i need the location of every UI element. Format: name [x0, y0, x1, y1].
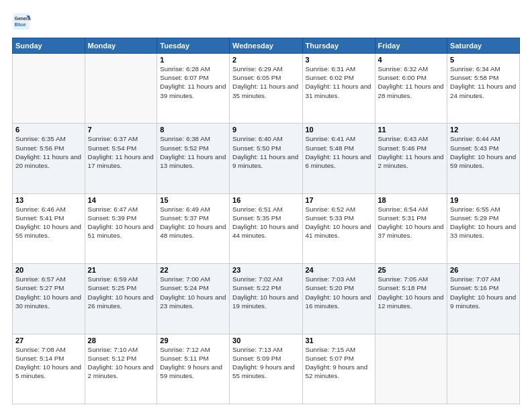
calendar-cell	[375, 334, 447, 404]
day-number: 25	[378, 266, 445, 274]
calendar-cell: 21Sunrise: 6:59 AMSunset: 5:25 PMDayligh…	[85, 264, 157, 334]
day-info: Sunrise: 7:15 AMSunset: 5:07 PMDaylight:…	[306, 345, 372, 381]
column-header-monday: Monday	[85, 38, 157, 54]
svg-text:Blue: Blue	[15, 21, 27, 28]
day-info: Sunrise: 7:05 AMSunset: 5:18 PMDaylight:…	[378, 275, 445, 310]
day-number: 8	[160, 126, 226, 134]
calendar-cell: 8Sunrise: 6:38 AMSunset: 5:52 PMDaylight…	[157, 124, 230, 193]
calendar-cell: 24Sunrise: 7:03 AMSunset: 5:20 PMDayligh…	[302, 264, 375, 334]
header: General Blue	[12, 12, 520, 31]
calendar-cell: 10Sunrise: 6:41 AMSunset: 5:48 PMDayligh…	[302, 124, 375, 193]
calendar-cell: 15Sunrise: 6:49 AMSunset: 5:37 PMDayligh…	[157, 193, 230, 263]
day-number: 27	[15, 336, 82, 345]
week-row-2: 6Sunrise: 6:35 AMSunset: 5:56 PMDaylight…	[13, 124, 520, 193]
day-number: 28	[88, 336, 154, 345]
day-info: Sunrise: 7:02 AMSunset: 5:22 PMDaylight:…	[232, 275, 299, 310]
column-header-friday: Friday	[375, 38, 447, 54]
day-info: Sunrise: 6:55 AMSunset: 5:29 PMDaylight:…	[450, 205, 517, 240]
calendar-cell: 6Sunrise: 6:35 AMSunset: 5:56 PMDaylight…	[13, 124, 85, 193]
logo: General Blue	[12, 12, 34, 31]
day-info: Sunrise: 7:08 AMSunset: 5:14 PMDaylight:…	[15, 345, 82, 381]
day-info: Sunrise: 6:35 AMSunset: 5:56 PMDaylight:…	[15, 134, 82, 170]
calendar-cell: 25Sunrise: 7:05 AMSunset: 5:18 PMDayligh…	[375, 264, 447, 334]
day-number: 5	[450, 56, 517, 64]
calendar-cell	[85, 54, 157, 124]
calendar-table: SundayMondayTuesdayWednesdayThursdayFrid…	[12, 38, 520, 404]
calendar-cell: 17Sunrise: 6:52 AMSunset: 5:33 PMDayligh…	[302, 193, 375, 263]
day-number: 23	[232, 266, 299, 274]
day-info: Sunrise: 6:34 AMSunset: 5:58 PMDaylight:…	[450, 64, 517, 100]
column-header-tuesday: Tuesday	[157, 38, 230, 54]
day-number: 26	[450, 266, 517, 274]
column-header-thursday: Thursday	[302, 38, 375, 54]
day-info: Sunrise: 6:54 AMSunset: 5:31 PMDaylight:…	[378, 205, 445, 240]
day-number: 9	[232, 126, 299, 134]
column-header-sunday: Sunday	[13, 38, 85, 54]
calendar-cell: 5Sunrise: 6:34 AMSunset: 5:58 PMDaylight…	[447, 54, 520, 124]
calendar-cell: 3Sunrise: 6:31 AMSunset: 6:02 PMDaylight…	[302, 54, 375, 124]
day-info: Sunrise: 6:31 AMSunset: 6:02 PMDaylight:…	[306, 64, 372, 100]
day-info: Sunrise: 7:12 AMSunset: 5:11 PMDaylight:…	[160, 345, 226, 381]
calendar-cell: 16Sunrise: 6:51 AMSunset: 5:35 PMDayligh…	[230, 193, 302, 263]
calendar-cell: 18Sunrise: 6:54 AMSunset: 5:31 PMDayligh…	[375, 193, 447, 263]
day-info: Sunrise: 6:49 AMSunset: 5:37 PMDaylight:…	[160, 205, 226, 240]
calendar-cell: 28Sunrise: 7:10 AMSunset: 5:12 PMDayligh…	[85, 334, 157, 404]
day-info: Sunrise: 6:40 AMSunset: 5:50 PMDaylight:…	[232, 134, 299, 170]
calendar-cell: 2Sunrise: 6:29 AMSunset: 6:05 PMDaylight…	[230, 54, 302, 124]
day-number: 15	[160, 196, 226, 204]
day-number: 21	[88, 266, 154, 274]
calendar-cell	[447, 334, 520, 404]
day-number: 4	[378, 56, 445, 64]
week-row-1: 1Sunrise: 6:28 AMSunset: 6:07 PMDaylight…	[13, 54, 520, 124]
page: General Blue SundayMondayTuesdayWednesda…	[0, 0, 532, 411]
day-info: Sunrise: 6:38 AMSunset: 5:52 PMDaylight:…	[160, 134, 226, 170]
logo-icon: General Blue	[12, 12, 31, 31]
day-info: Sunrise: 6:44 AMSunset: 5:43 PMDaylight:…	[450, 134, 517, 170]
day-number: 3	[306, 56, 372, 64]
calendar-cell	[13, 54, 85, 124]
day-number: 16	[232, 196, 299, 204]
day-number: 7	[88, 126, 154, 134]
day-info: Sunrise: 7:07 AMSunset: 5:16 PMDaylight:…	[450, 275, 517, 310]
day-info: Sunrise: 6:43 AMSunset: 5:46 PMDaylight:…	[378, 134, 445, 170]
day-number: 17	[306, 196, 372, 204]
calendar-cell: 14Sunrise: 6:47 AMSunset: 5:39 PMDayligh…	[85, 193, 157, 263]
calendar-cell: 31Sunrise: 7:15 AMSunset: 5:07 PMDayligh…	[302, 334, 375, 404]
calendar-cell: 23Sunrise: 7:02 AMSunset: 5:22 PMDayligh…	[230, 264, 302, 334]
day-number: 30	[232, 336, 299, 345]
day-number: 10	[306, 126, 372, 134]
calendar-cell: 7Sunrise: 6:37 AMSunset: 5:54 PMDaylight…	[85, 124, 157, 193]
day-number: 18	[378, 196, 445, 204]
calendar-cell: 13Sunrise: 6:46 AMSunset: 5:41 PMDayligh…	[13, 193, 85, 263]
calendar-cell: 20Sunrise: 6:57 AMSunset: 5:27 PMDayligh…	[13, 264, 85, 334]
day-number: 13	[15, 196, 82, 204]
day-info: Sunrise: 6:41 AMSunset: 5:48 PMDaylight:…	[306, 134, 372, 170]
day-number: 11	[378, 126, 445, 134]
day-number: 22	[160, 266, 226, 274]
calendar-cell: 19Sunrise: 6:55 AMSunset: 5:29 PMDayligh…	[447, 193, 520, 263]
day-info: Sunrise: 6:59 AMSunset: 5:25 PMDaylight:…	[88, 275, 154, 310]
calendar-cell: 26Sunrise: 7:07 AMSunset: 5:16 PMDayligh…	[447, 264, 520, 334]
calendar-cell: 9Sunrise: 6:40 AMSunset: 5:50 PMDaylight…	[230, 124, 302, 193]
day-info: Sunrise: 6:57 AMSunset: 5:27 PMDaylight:…	[15, 275, 82, 310]
week-row-3: 13Sunrise: 6:46 AMSunset: 5:41 PMDayligh…	[13, 193, 520, 263]
day-number: 20	[15, 266, 82, 274]
day-info: Sunrise: 7:00 AMSunset: 5:24 PMDaylight:…	[160, 275, 226, 310]
column-header-wednesday: Wednesday	[230, 38, 302, 54]
day-number: 1	[160, 56, 226, 64]
column-header-saturday: Saturday	[447, 38, 520, 54]
day-info: Sunrise: 6:28 AMSunset: 6:07 PMDaylight:…	[160, 64, 226, 100]
day-info: Sunrise: 7:03 AMSunset: 5:20 PMDaylight:…	[306, 275, 372, 310]
day-info: Sunrise: 6:29 AMSunset: 6:05 PMDaylight:…	[232, 64, 299, 100]
day-info: Sunrise: 6:32 AMSunset: 6:00 PMDaylight:…	[378, 64, 445, 100]
calendar-header-row: SundayMondayTuesdayWednesdayThursdayFrid…	[13, 38, 520, 54]
day-info: Sunrise: 7:13 AMSunset: 5:09 PMDaylight:…	[232, 345, 299, 381]
day-number: 31	[306, 336, 372, 345]
day-number: 6	[15, 126, 82, 134]
calendar-cell: 1Sunrise: 6:28 AMSunset: 6:07 PMDaylight…	[157, 54, 230, 124]
day-number: 14	[88, 196, 154, 204]
day-info: Sunrise: 6:46 AMSunset: 5:41 PMDaylight:…	[15, 205, 82, 240]
day-info: Sunrise: 6:37 AMSunset: 5:54 PMDaylight:…	[88, 134, 154, 170]
calendar-cell: 12Sunrise: 6:44 AMSunset: 5:43 PMDayligh…	[447, 124, 520, 193]
calendar-cell: 22Sunrise: 7:00 AMSunset: 5:24 PMDayligh…	[157, 264, 230, 334]
